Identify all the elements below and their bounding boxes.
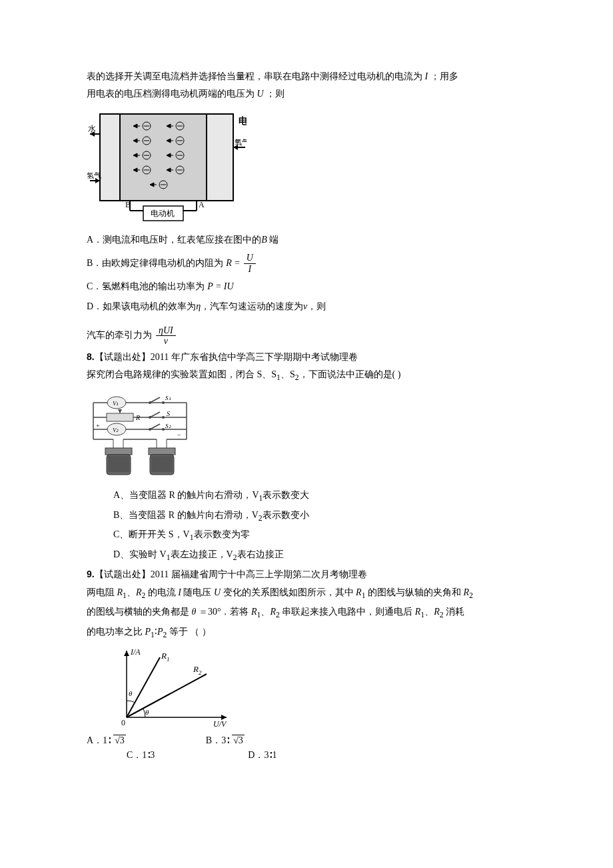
numerator: U: [244, 253, 256, 263]
text: 表右边接正: [237, 549, 284, 559]
svg-point-65: [162, 416, 165, 419]
text: 汽车的牵引力为: [87, 328, 152, 343]
svg-text:R: R: [135, 414, 140, 421]
r1-sub: 1: [167, 656, 170, 663]
svg-rect-86: [149, 448, 175, 455]
svg-line-52: [150, 397, 160, 403]
q9-iv-graph: I/A U/V 0 R1 R2 θ θ: [107, 644, 240, 731]
text: ＝30°．若将: [199, 607, 249, 617]
svg-text:R2: R2: [193, 664, 202, 676]
text: 随电压: [183, 587, 211, 597]
radicand: 3: [239, 735, 243, 745]
sqrt-3: √3: [232, 733, 245, 748]
r2-sub: 2: [199, 669, 202, 676]
text: 、: [424, 607, 434, 617]
sub: 2: [141, 591, 145, 599]
text: A．1∶: [87, 733, 111, 748]
text: B．3∶: [206, 733, 229, 748]
q8-option-c: C、断开开关 S，V1表示数变为零: [113, 527, 526, 544]
text: 用电表的电压档测得电动机两端的电压为: [87, 89, 255, 99]
x-label: U/V: [213, 719, 227, 729]
equals: =: [235, 256, 240, 271]
q8-option-a: A、当变阻器 R 的触片向右滑动，V1表示数变大: [113, 488, 526, 505]
denominator: I: [244, 264, 256, 274]
text: 的电流: [148, 587, 176, 597]
q9-options-row2: C．1∶3 D．3∶1: [127, 748, 526, 763]
q7-option-d: D．如果该电动机的效率为 η ，汽车匀速运动的速度为 v ，则: [87, 299, 526, 314]
q9-option-a: A．1∶ √3: [87, 733, 126, 748]
var-I: I: [425, 71, 428, 81]
r2-label: R: [193, 664, 199, 674]
motor-label: 电动机: [151, 209, 175, 218]
text: ，则: [307, 299, 326, 314]
svg-text:−: −: [177, 431, 181, 439]
text: 、S: [281, 369, 295, 379]
text: 表左边接正，V: [171, 549, 233, 559]
q8-option-d: D、实验时 V1表左边接正，V2表右边接正: [113, 547, 526, 564]
var-theta: θ: [192, 607, 197, 617]
var-P: P: [207, 279, 213, 294]
text: 等于 （ ）: [169, 627, 211, 637]
svg-point-54: [162, 401, 165, 404]
fraction-u-over-i: U I: [244, 253, 256, 274]
q9-options-row1: A．1∶ √3 B．3∶ √3: [87, 733, 526, 748]
q9-number: 9.: [87, 569, 95, 579]
var-R: R: [226, 256, 232, 271]
svg-text:V₁: V₁: [113, 400, 119, 407]
text: 的电功率之比: [87, 627, 143, 637]
text: 的图线与横轴的夹角都是: [87, 607, 189, 617]
text: B．由欧姆定律得电动机的内阻为: [87, 256, 223, 271]
fraction-eta-ui-over-v: ηUI v: [156, 325, 176, 347]
svg-point-72: [162, 428, 165, 431]
text: B、当变阻器 R 的触片向右滑动，V: [113, 510, 259, 520]
terminal-b: B: [125, 200, 131, 209]
sub: 2: [276, 611, 280, 619]
text: 、: [261, 607, 270, 617]
text: A．测电流和电压时，红表笔应接在图中的: [87, 233, 261, 247]
text: D、实验时 V: [113, 549, 167, 559]
svg-text:+: +: [96, 422, 100, 429]
q7-option-b: B．由欧姆定律得电动机的内阻为 R = U I: [87, 253, 526, 274]
var-U: U: [214, 587, 221, 597]
text: C、断开开关 S，V: [113, 529, 190, 539]
var-eta: η: [196, 299, 201, 314]
var-p: P: [145, 627, 151, 637]
text: 表的选择开关调至电流档并选择恰当量程，串联在电路中测得经过电动机的电流为: [87, 71, 422, 81]
battery-label: 电池: [239, 116, 247, 126]
var-I: I: [178, 587, 181, 597]
q8-circuit-diagram: V₁ S₁ R S V₂ S₂ + −: [87, 389, 193, 483]
text: 变化的关系图线如图所示，其中: [223, 587, 354, 597]
fuel-cell-diagram: 电池 水 氧气 氢气 电动机 B A: [87, 107, 247, 227]
text: ；用多: [430, 71, 458, 81]
text: 探究闭合电路规律的实验装置如图，闭合 S、S: [87, 369, 277, 379]
q7-traction-line: 汽车的牵引力为 ηUI v: [87, 325, 526, 347]
svg-line-70: [150, 424, 160, 429]
svg-marker-92: [124, 651, 129, 656]
svg-rect-1: [120, 114, 207, 201]
var-U: U: [257, 89, 264, 99]
sub: 2: [163, 630, 167, 639]
q9-option-b: B．3∶ √3: [206, 733, 245, 748]
text: 两电阻: [87, 587, 115, 597]
text: D．如果该电动机的效率为: [87, 299, 196, 314]
q8-stem: 探究闭合电路规律的实验装置如图，闭合 S、S1、S2，下面说法中正确的是( ): [87, 367, 526, 384]
text: 表示数变大: [263, 490, 309, 500]
text: 、: [127, 587, 136, 597]
svg-rect-88: [151, 456, 173, 472]
text: 表示数变小: [263, 510, 309, 520]
var-r: R: [270, 607, 276, 617]
svg-text:S: S: [167, 410, 170, 417]
q8-source: 8.【试题出处】2011 年广东省执信中学高三下学期期中考试物理卷: [87, 349, 526, 365]
sub: 1: [362, 591, 366, 599]
text: ；则: [266, 89, 285, 99]
radicand: 3: [120, 735, 125, 745]
text: ，下面说法中正确的是( ): [299, 369, 401, 379]
svg-text:S₂: S₂: [165, 423, 171, 429]
numerator: ηUI: [156, 325, 176, 336]
theta-label: θ: [145, 708, 149, 716]
q7-intro-line2: 用电表的电压档测得电动机两端的电压为 U ；则: [87, 87, 526, 101]
q9-stem-line3: 的电功率之比 P1∶P2 等于 （ ）: [87, 625, 526, 641]
svg-line-63: [150, 412, 160, 417]
letter-b: B: [261, 233, 267, 247]
var-r: R: [463, 587, 469, 597]
